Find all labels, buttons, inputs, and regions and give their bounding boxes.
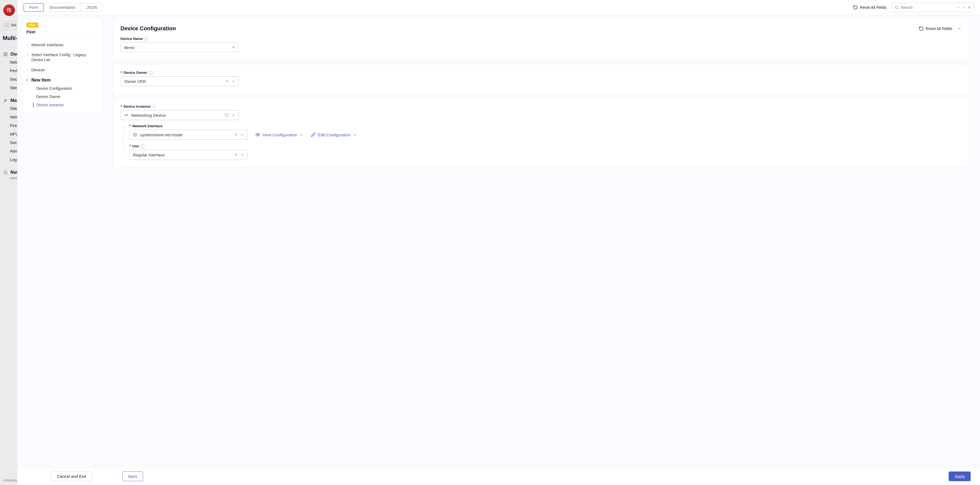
- nav-tree-card: New Fleet Network InterfacesSelect Inter…: [22, 19, 102, 113]
- card-reset[interactable]: Reset All Fields: [919, 26, 952, 31]
- chevron-right-icon: [353, 133, 357, 137]
- form-area: Device Configuration Reset All Fields: [102, 15, 980, 467]
- svg-point-15: [257, 134, 259, 136]
- view-configuration-link[interactable]: View Configuration: [255, 132, 303, 137]
- card-device-config: Device Configuration Reset All Fields: [113, 19, 969, 60]
- reset-icon: [919, 26, 924, 31]
- svg-point-13: [895, 6, 898, 8]
- card-device-owner: * Device Owner i Owner VER ×: [113, 64, 969, 94]
- tree-heading: Fleet: [22, 30, 102, 38]
- device-instance-label: Device Instance: [124, 104, 151, 108]
- chevron-down-icon[interactable]: [230, 113, 236, 117]
- view-configuration-label: View Configuration: [262, 132, 297, 137]
- pencil-icon: [311, 132, 316, 137]
- view-tabs: FormDocumentationJSON: [23, 3, 103, 12]
- tree-sub-item[interactable]: Device Owner: [22, 93, 102, 101]
- new-badge: New: [26, 22, 38, 27]
- use-select[interactable]: Regular Interface ×: [129, 150, 248, 160]
- network-interface-select[interactable]: system/store-net-inside ×: [129, 130, 248, 140]
- search-prev-icon[interactable]: [956, 5, 961, 10]
- device-owner-value: Owner VER: [124, 79, 224, 84]
- info-icon[interactable]: i: [141, 144, 145, 148]
- chevron-right-icon: [299, 133, 303, 137]
- search-clear-icon[interactable]: ✕: [967, 5, 972, 10]
- clear-icon[interactable]: ×: [233, 152, 239, 157]
- use-label: Use: [132, 144, 139, 148]
- clear-icon[interactable]: ×: [224, 79, 230, 84]
- tab-form[interactable]: Form: [24, 3, 44, 11]
- tree-item[interactable]: Devices: [22, 65, 102, 75]
- info-icon[interactable]: i: [149, 71, 153, 75]
- chevron-down-icon[interactable]: [230, 79, 236, 83]
- device-name-input-wrap[interactable]: ×: [121, 42, 239, 52]
- search-next-icon[interactable]: [961, 5, 967, 10]
- network-interface-label: Network Interface: [132, 124, 162, 128]
- search-box[interactable]: ✕: [891, 3, 974, 12]
- reset-all-top[interactable]: Reset All Fields: [853, 5, 886, 10]
- card-reset-label: Reset All Fields: [926, 26, 952, 31]
- info-icon[interactable]: i: [145, 37, 148, 41]
- config-panel: FormDocumentationJSON Reset All Fields ✕…: [17, 0, 980, 485]
- edit-configuration-label: Edit Configuration: [318, 132, 351, 137]
- chevron-down-icon[interactable]: [239, 133, 245, 137]
- list-icon: [133, 132, 137, 137]
- tab-json[interactable]: JSON: [81, 3, 102, 11]
- device-instance-value: Networking Device: [131, 113, 223, 118]
- eye-icon: [255, 132, 260, 137]
- device-name-label: Device Name: [121, 37, 143, 41]
- device-instance-select[interactable]: Networking Device: [121, 110, 239, 120]
- card-title-device-config: Device Configuration: [121, 26, 176, 32]
- panel-footer: Cancel and Exit Back Apply: [18, 467, 980, 485]
- swap-icon: [124, 113, 129, 117]
- tree-sub-item[interactable]: Device Configuration: [22, 84, 102, 93]
- device-owner-label: Device Owner: [124, 70, 147, 75]
- network-interface-value: system/store-net-inside: [140, 132, 233, 137]
- tab-documentation[interactable]: Documentation: [44, 3, 81, 11]
- edit-configuration-link[interactable]: Edit Configuration: [311, 132, 357, 137]
- info-icon[interactable]: i: [152, 105, 156, 108]
- reset-field-icon[interactable]: [223, 113, 230, 117]
- clear-icon[interactable]: ×: [233, 132, 239, 137]
- reset-all-label: Reset All Fields: [860, 5, 886, 10]
- search-icon: [894, 5, 899, 10]
- apply-button[interactable]: Apply: [949, 472, 970, 481]
- use-value: Regular Interface: [133, 153, 233, 157]
- panel-topbar: FormDocumentationJSON Reset All Fields ✕: [18, 0, 980, 15]
- tree-item[interactable]: Network Interfaces: [22, 40, 102, 50]
- cancel-button[interactable]: Cancel and Exit: [51, 472, 92, 481]
- tree-sub-item[interactable]: Device Instance: [22, 101, 102, 109]
- reset-icon: [853, 5, 858, 10]
- chevron-down-icon[interactable]: [239, 153, 245, 157]
- clear-icon[interactable]: ×: [231, 45, 236, 50]
- device-owner-select[interactable]: Owner VER ×: [121, 76, 239, 86]
- collapse-icon[interactable]: [957, 26, 962, 31]
- device-name-input[interactable]: [124, 45, 231, 50]
- tree-new-item[interactable]: New Item: [22, 75, 102, 84]
- tree-item[interactable]: Select Interface Config : Legacy Device …: [22, 50, 102, 65]
- search-input[interactable]: [899, 4, 956, 11]
- back-button[interactable]: Back: [123, 472, 143, 481]
- card-device-instance: * Device Instance i Networking Device: [113, 98, 969, 168]
